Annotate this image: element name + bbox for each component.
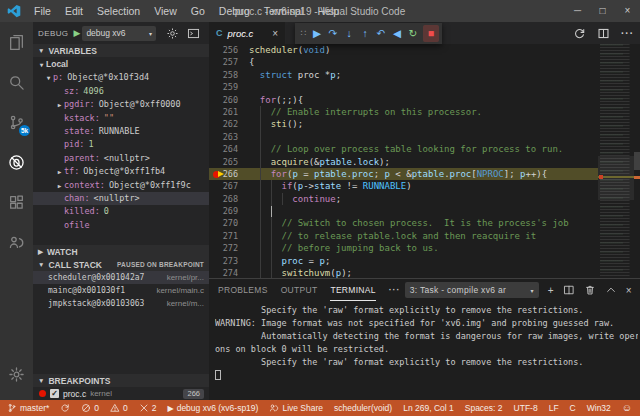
code-line[interactable]: 258 struct proc *p; [209,69,598,81]
line-number-gutter[interactable]: 261 [209,106,247,118]
start-debug-icon[interactable]: ▶ [73,28,80,38]
panel-tab-problems[interactable]: PROBLEMS [218,279,268,301]
panel-more-icon[interactable]: ··· [389,285,401,295]
minimize-button[interactable]: ─ [565,0,590,22]
activity-extensions[interactable] [0,182,33,222]
code-line[interactable]: 264 // Loop over process table looking f… [209,143,598,155]
call-stack-frame[interactable]: mainc@0x001030f1kernel/main.c [33,284,209,297]
cursor-position[interactable]: Ln 269, Col 1 [403,403,454,413]
feedback[interactable]: ☺ [622,403,632,413]
code-line[interactable]: 267 if(p->state != RUNNABLE) [209,180,598,192]
variable-row[interactable]: pid:1 [33,138,209,151]
scrollbar-thumb[interactable] [634,152,640,170]
configure-gear-icon[interactable] [166,27,179,40]
variable-row[interactable]: ▼p:Object@*0x10f3d4 [33,71,209,84]
variables-section-header[interactable]: ▼ VARIABLES [33,44,209,57]
maximize-button[interactable]: □ [590,0,615,22]
variable-row[interactable]: chan:<nullptr> [33,192,209,205]
platform[interactable]: Win32 [587,403,611,413]
maximize-panel-button[interactable] [605,284,617,296]
eol[interactable]: LF [549,403,559,413]
live-share-status[interactable]: Live Share [269,403,323,413]
split-editor-icon[interactable] [597,27,610,40]
breakpoints-section-header[interactable]: ▼ BREAKPOINTS [33,374,209,387]
terminal-instance-select[interactable]: 3: Task - compile xv6 ar ▾ [405,282,539,298]
code-line[interactable]: 272 // before jumping back to us. [209,242,598,254]
code-line[interactable]: 268 continue; [209,193,598,205]
code-editor[interactable]: 256scheduler(void)257{258 struct proc *p… [209,44,598,278]
activity-settings[interactable] [0,354,33,394]
line-number-gutter[interactable]: 257 [209,56,247,68]
line-number-gutter[interactable]: 264 [209,143,247,155]
call-stack-frame[interactable]: scheduler@0x001042a7kernel/pr... [33,271,209,284]
line-number-gutter[interactable]: 262 [209,118,247,130]
line-number-gutter[interactable]: 267 [209,180,247,192]
step-into-button[interactable]: ↓ [341,23,357,44]
watch-section-header[interactable]: ▶ WATCH [33,245,209,258]
line-number-gutter[interactable]: 260 [209,94,247,106]
line-number-gutter[interactable]: 266 [209,168,247,180]
variable-row[interactable]: sz:4096 [33,85,209,98]
line-number-gutter[interactable]: 263 [209,131,247,143]
new-terminal-button[interactable]: + [548,285,554,296]
line-number-gutter[interactable]: 256 [209,44,247,56]
restart-button[interactable]: ↻ [405,23,421,44]
line-number-gutter[interactable]: 272 [209,242,247,254]
step-back-button[interactable]: ◀ [389,23,405,44]
debug-session-status[interactable]: ▶debug xv6 (xv6-sp19) [168,403,259,413]
activity-source-control[interactable]: 5k [0,102,33,142]
variable-row[interactable]: kstack:"" [33,112,209,125]
code-line[interactable]: 274 switchuvm(p); [209,267,598,278]
indentation[interactable]: Spaces: 2 [465,403,503,413]
synchronize-changes-icon[interactable] [573,27,586,40]
line-number-gutter[interactable]: 271 [209,230,247,242]
kill-terminal-button[interactable] [584,284,596,296]
code-line[interactable]: 266 for(p = ptable.proc; p < &ptable.pro… [209,168,598,180]
variable-row[interactable]: ▶tf:Object@*0xff1fb4 [33,165,209,178]
language-mode[interactable]: C [570,403,576,413]
activity-search[interactable] [0,62,33,102]
line-number-gutter[interactable]: 259 [209,81,247,93]
variable-row[interactable]: ofile [33,219,209,232]
variable-row[interactable]: ▶pgdir:Object@*0xff0000 [33,98,209,111]
menu-view[interactable]: View [147,0,184,22]
step-out-button[interactable]: ↑ [357,23,373,44]
continue-button[interactable]: ▶ [309,23,325,44]
git-branch-status[interactable]: master* [7,403,49,413]
close-panel-button[interactable]: × [626,285,632,296]
line-number-gutter[interactable]: 273 [209,255,247,267]
breakpoint-row[interactable]: ✓proc.ckernel266 [33,387,209,400]
minimap[interactable] [598,44,634,278]
more-actions-icon[interactable]: ··· [621,28,634,39]
call-stack-section-header[interactable]: ▼ CALL STACK PAUSED ON BREAKPOINT [33,258,209,271]
warnings-status[interactable]: 0 [110,403,128,413]
code-line[interactable]: 262 sti(); [209,118,598,130]
variable-row[interactable]: ▶context:Object@*0xff1f9c [33,179,209,192]
code-line[interactable]: 261 // Enable interrupts on this process… [209,106,598,118]
menu-file[interactable]: File [27,0,58,22]
activity-live-share[interactable] [0,222,33,262]
debug-console-icon[interactable] [187,27,200,40]
panel-tab-output[interactable]: OUTPUT [281,279,318,301]
tab-proc-c[interactable]: C proc.c × [209,22,285,44]
menu-go[interactable]: Go [184,0,212,22]
split-terminal-button[interactable] [563,284,575,296]
encoding[interactable]: UTF-8 [514,403,538,413]
menu-selection[interactable]: Selection [90,0,147,22]
breakpoint-checkbox[interactable]: ✓ [50,389,59,398]
code-line[interactable]: 263 [209,131,598,143]
code-line[interactable]: 269 [209,205,598,217]
variable-row[interactable]: state:RUNNABLE [33,125,209,138]
line-number-gutter[interactable]: 270 [209,217,247,229]
code-line[interactable]: 260 for(;;){ [209,94,598,106]
variable-row[interactable]: parent:<nullptr> [33,152,209,165]
close-button[interactable]: × [615,0,640,22]
menu-edit[interactable]: Edit [58,0,90,22]
code-line[interactable]: 259 [209,81,598,93]
close-tab-icon[interactable]: × [272,28,278,39]
variable-row[interactable]: killed:0 [33,205,209,218]
tasks-status[interactable]: 2 [139,403,157,413]
sync-status[interactable] [60,403,70,413]
activity-explorer[interactable] [0,22,33,62]
step-over-button[interactable]: ↷ [325,23,341,44]
